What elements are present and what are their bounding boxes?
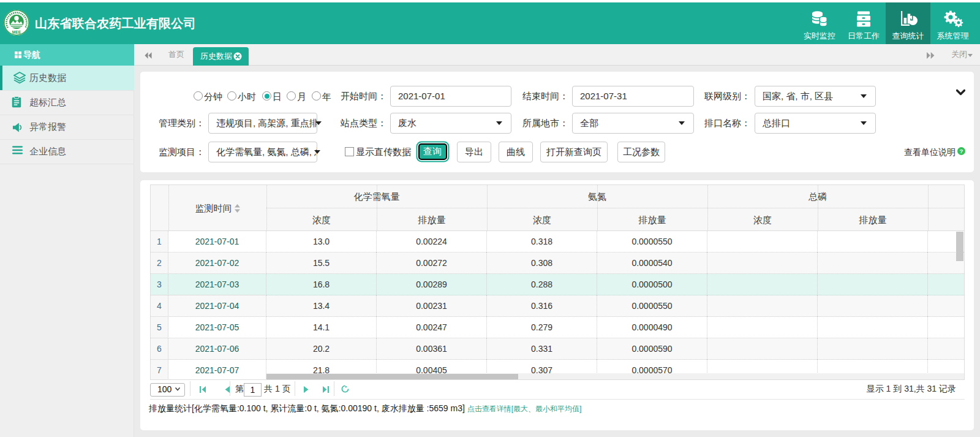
svg-text:MEE: MEE — [12, 30, 21, 34]
svg-text:?: ? — [960, 148, 963, 154]
